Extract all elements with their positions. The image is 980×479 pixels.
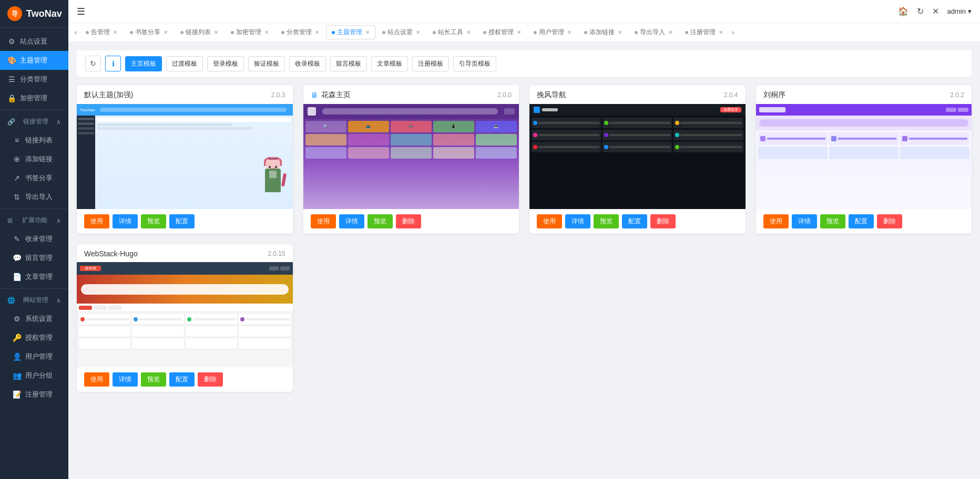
theme-title-default: 默认主题(加强)	[84, 90, 133, 100]
tab-site-settings[interactable]: 站点设置 ✕	[376, 25, 426, 39]
tab-close-icon[interactable]: ✕	[164, 29, 168, 35]
close-button[interactable]: ✕	[932, 6, 939, 16]
sidebar-item-link-list[interactable]: ≡ 链接列表	[0, 131, 68, 150]
tab-close-icon[interactable]: ✕	[618, 29, 622, 35]
config-button-default[interactable]: 配置	[169, 214, 195, 228]
sidebar-item-system-settings[interactable]: ⚙ 系统设置	[0, 309, 68, 328]
detail-button-default[interactable]: 详情	[113, 214, 138, 228]
sidebar-item-category-management[interactable]: ☰ 分类管理	[0, 70, 68, 89]
tab-register[interactable]: 注册管理 ✕	[679, 25, 729, 39]
use-button-huifeng[interactable]: 使用	[537, 214, 562, 228]
sidebar-item-message[interactable]: 💬 留言管理	[0, 248, 68, 267]
theme-preview-liutong	[756, 104, 972, 209]
tab-webmaster[interactable]: 站长工具 ✕	[427, 25, 476, 39]
divider-2	[0, 209, 68, 209]
tab-user[interactable]: 用户管理 ✕	[528, 25, 577, 39]
use-button-huasen[interactable]: 使用	[311, 214, 336, 228]
btn-collection-template[interactable]: 收录模板	[289, 56, 326, 71]
detail-button-huifeng[interactable]: 详情	[565, 214, 590, 228]
preview-button-default[interactable]: 预览	[141, 214, 166, 228]
sidebar-item-register-management[interactable]: 📝 注册管理	[0, 385, 68, 404]
use-button-webstack[interactable]: 使用	[84, 372, 109, 387]
sidebar-item-user-management[interactable]: 👤 用户管理	[0, 347, 68, 366]
sidebar-label-link-list: 链接列表	[25, 136, 53, 145]
delete-button-huifeng[interactable]: 删除	[650, 214, 676, 228]
user-menu[interactable]: admin ▾	[947, 7, 972, 15]
delete-button-huasen[interactable]: 删除	[396, 214, 421, 228]
tab-label: 分类管理	[287, 28, 312, 37]
tab-close-icon[interactable]: ✕	[668, 29, 672, 35]
btn-login-template[interactable]: 登录模板	[207, 56, 244, 71]
use-button-default[interactable]: 使用	[84, 214, 109, 228]
detail-button-huasen[interactable]: 详情	[339, 214, 364, 228]
divider-1	[0, 110, 68, 110]
tab-prev-button[interactable]: ‹	[73, 28, 79, 36]
tab-category[interactable]: 分类管理 ✕	[275, 25, 325, 39]
detail-button-webstack[interactable]: 详情	[113, 372, 138, 387]
sidebar-logo[interactable]: 导 TwoNav	[0, 0, 68, 28]
tab-close-icon[interactable]: ✕	[113, 29, 117, 35]
btn-article-template[interactable]: 文章模板	[371, 56, 408, 71]
config-button-huifeng[interactable]: 配置	[622, 214, 647, 228]
delete-button-liutong[interactable]: 删除	[877, 214, 902, 228]
sidebar-item-password-management[interactable]: 🔒 加密管理	[0, 89, 68, 108]
sidebar-group-link[interactable]: 🔗 链接管理 ∧	[0, 112, 68, 131]
tab-close-icon[interactable]: ✕	[517, 29, 521, 35]
hamburger-button[interactable]: ☰	[77, 6, 85, 17]
sidebar-item-site-settings[interactable]: ⚙ 站点设置	[0, 32, 68, 51]
use-button-liutong[interactable]: 使用	[763, 214, 789, 228]
btn-guide-template[interactable]: 引导页模板	[453, 56, 496, 71]
tab-next-button[interactable]: ›	[730, 28, 736, 36]
delete-button-webstack[interactable]: 删除	[198, 372, 223, 387]
tab-dot	[382, 31, 385, 34]
sidebar-label-theme-management: 主题管理	[20, 56, 47, 65]
tab-export[interactable]: 导出导入 ✕	[629, 25, 678, 39]
sidebar-group-site[interactable]: 🌐 网站管理 ∧	[0, 291, 68, 309]
tab-close-icon[interactable]: ✕	[214, 29, 218, 35]
tab-password[interactable]: 加密管理 ✕	[225, 25, 274, 39]
config-button-liutong[interactable]: 配置	[849, 214, 874, 228]
sidebar-item-add-link[interactable]: ⊕ 添加链接	[0, 150, 68, 169]
tab-close-icon[interactable]: ✕	[315, 29, 319, 35]
tab-close-icon[interactable]: ✕	[567, 29, 571, 35]
refresh-toolbar-button[interactable]: ↻	[85, 56, 101, 71]
preview-button-webstack[interactable]: 预览	[141, 372, 166, 387]
tab-announcement[interactable]: 告管理 ✕	[80, 25, 123, 39]
btn-verify-template[interactable]: 验证模板	[248, 56, 285, 71]
preview-button-huifeng[interactable]: 预览	[594, 214, 619, 228]
sidebar-item-article[interactable]: 📄 文章管理	[0, 267, 68, 286]
config-button-webstack[interactable]: 配置	[169, 372, 195, 387]
tab-close-icon[interactable]: ✕	[416, 29, 420, 35]
tab-label: 加密管理	[236, 28, 261, 37]
info-toolbar-button[interactable]: ℹ	[105, 56, 121, 71]
btn-register-template[interactable]: 注册模板	[412, 56, 449, 71]
home-button[interactable]: 🏠	[898, 6, 908, 16]
sidebar-item-user-group[interactable]: 👥 用户分组	[0, 366, 68, 385]
btn-transition-template[interactable]: 过渡模板	[166, 56, 203, 71]
sidebar-item-auth-management[interactable]: 🔑 授权管理	[0, 328, 68, 347]
tab-theme[interactable]: 主题管理 ✕	[326, 25, 375, 39]
sidebar-item-bookmark[interactable]: ↗ 书签分享	[0, 169, 68, 188]
tab-label: 站点设置	[387, 28, 413, 37]
tab-auth[interactable]: 授权管理 ✕	[477, 25, 527, 39]
tab-close-icon[interactable]: ✕	[264, 29, 269, 35]
tab-close-icon[interactable]: ✕	[719, 29, 723, 35]
tab-close-icon[interactable]: ✕	[365, 29, 370, 35]
theme-preview-huasen: 🔍 📺 🎮 📱 💻	[303, 104, 519, 209]
preview-button-liutong[interactable]: 预览	[820, 214, 845, 228]
sidebar-item-export-import[interactable]: ⇅ 导出导入	[0, 188, 68, 206]
detail-button-liutong[interactable]: 详情	[792, 214, 817, 228]
preview-button-huasen[interactable]: 预览	[368, 214, 393, 228]
refresh-button[interactable]: ↻	[917, 6, 924, 16]
btn-message-template[interactable]: 留言模板	[330, 56, 367, 71]
tab-bookmark[interactable]: 书签分享 ✕	[124, 25, 173, 39]
theme-preview-webstack: 媒体栈	[77, 262, 293, 367]
sidebar-item-collection[interactable]: ✎ 收录管理	[0, 230, 68, 248]
sidebar-group-extend[interactable]: ⊞ 扩展功能 ∧	[0, 211, 68, 230]
btn-homepage-template[interactable]: 主页模板	[125, 56, 162, 71]
theme-version-default: 2.0.3	[271, 91, 285, 99]
tab-addlink[interactable]: 添加链接 ✕	[578, 25, 628, 39]
tab-close-icon[interactable]: ✕	[466, 29, 471, 35]
tab-linklist[interactable]: 链接列表 ✕	[175, 25, 224, 39]
sidebar-item-theme-management[interactable]: 🎨 主题管理	[0, 51, 68, 70]
